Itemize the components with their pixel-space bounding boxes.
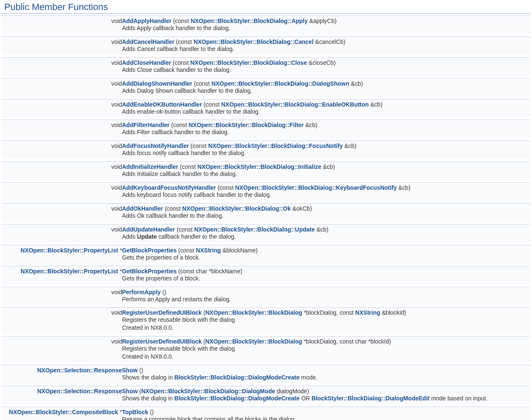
member-return-type: NXOpen::Selection::Response: [2, 386, 122, 395]
api-link[interactable]: AddDialogShownHandler: [122, 80, 192, 87]
api-link[interactable]: NXString: [355, 309, 380, 316]
member-signature: AddDialogShownHandler (const NXOpen::Blo…: [122, 78, 530, 87]
member-description: Shows the dialog in BlockStyler::BlockDi…: [122, 374, 530, 383]
member-desc-spacer: [2, 415, 122, 420]
api-link[interactable]: AddCancelHandler: [122, 38, 174, 45]
member-return-type: NXOpen::BlockStyler::PropertyList *: [2, 266, 122, 275]
text: (: [202, 309, 206, 316]
api-link[interactable]: NXOpen::BlockStyler::PropertyList: [20, 247, 118, 254]
api-link[interactable]: NXOpen::Selection::Response: [37, 367, 122, 374]
text: void: [111, 163, 122, 170]
member-signature: Show (): [122, 365, 530, 374]
api-link[interactable]: NXString: [196, 247, 221, 254]
api-link[interactable]: NXOpen::BlockStyler::BlockDialog::Apply: [191, 18, 308, 24]
api-link[interactable]: NXOpen::BlockStyler::BlockDialog: [205, 309, 302, 316]
api-link[interactable]: GetBlockProperties: [122, 268, 177, 275]
api-link[interactable]: PerformApply: [122, 289, 161, 295]
member-row: voidRegisterUserDefinedUIBlock (NXOpen::…: [2, 336, 530, 345]
text: Adds Apply callback handler to the dialo…: [122, 25, 230, 31]
api-link[interactable]: NXOpen::BlockStyler::BlockDialog: [205, 338, 302, 345]
member-desc-row: Adds focus notify callback handler to th…: [2, 149, 530, 159]
member-desc-spacer: [2, 395, 122, 404]
api-link[interactable]: AddUpdateHandler: [122, 226, 175, 233]
member-row: voidAddDialogShownHandler (const NXOpen:…: [2, 78, 530, 87]
api-link[interactable]: NXOpen::BlockStyler::BlockDialog::Update: [194, 226, 315, 233]
api-link[interactable]: TopBlock: [122, 409, 148, 415]
member-desc-spacer: [2, 212, 122, 221]
api-link[interactable]: AddEnableOKButtonHandler: [122, 101, 202, 108]
text: (const: [171, 59, 190, 66]
api-link[interactable]: NXOpen::BlockStyler::BlockDialog::Enable…: [221, 101, 369, 108]
api-link[interactable]: NXOpen::BlockStyler::BlockDialog::Dialog…: [211, 80, 349, 87]
api-link[interactable]: AddFilterHandler: [122, 122, 170, 128]
api-link[interactable]: AddCloseHandler: [122, 59, 171, 66]
text: (const: [192, 80, 211, 87]
text: OR: [300, 395, 312, 402]
text: Adds Filter callback handler to the dial…: [122, 129, 229, 135]
member-desc-row: Adds Ok callback handler to the dialog.: [2, 212, 530, 221]
member-desc-row: Adds Close callback handler to the dialo…: [2, 66, 530, 76]
member-signature: AddFilterHandler (const NXOpen::BlockSty…: [122, 120, 530, 129]
member-desc-row: Gets the properties of a block.: [2, 275, 530, 284]
text: &applyCb): [308, 18, 336, 24]
member-desc-spacer: [2, 108, 122, 117]
api-link[interactable]: NXOpen::BlockStyler::PropertyList: [20, 268, 118, 275]
api-link[interactable]: NXOpen::BlockStyler::BlockDialog::Keyboa…: [235, 184, 397, 191]
api-link[interactable]: NXOpen::BlockStyler::BlockDialog::Close: [190, 59, 307, 66]
api-link[interactable]: Show: [122, 367, 137, 374]
member-return-type: void: [2, 336, 122, 345]
api-link[interactable]: AddFocusNotifyHandler: [122, 143, 189, 149]
text: Gets the properties of a block.: [122, 275, 200, 282]
api-link[interactable]: Show: [122, 388, 137, 395]
api-link[interactable]: RegisterUserDefinedUIBlock: [122, 338, 202, 345]
text: *: [118, 247, 122, 254]
text: Adds Initialize callback handler to the …: [122, 171, 237, 177]
text: Returns a composite block that contains …: [122, 416, 294, 420]
member-signature: AddFocusNotifyHandler (const NXOpen::Blo…: [122, 141, 530, 150]
text: Registers the reusable block with the di…: [122, 345, 235, 352]
text: void: [111, 80, 122, 87]
api-link[interactable]: NXOpen::BlockStyler::BlockDialog::Filter: [188, 122, 303, 128]
api-link[interactable]: NXOpen::Selection::Response: [37, 388, 122, 395]
member-desc-row: Performs an Apply and restarts the dialo…: [2, 295, 530, 305]
api-link[interactable]: AddKeyboardFocusNotifyHandler: [122, 184, 216, 191]
api-link[interactable]: RegisterUserDefinedUIBlock: [122, 309, 202, 316]
text: (const: [189, 143, 208, 149]
member-desc-row: Shows the dialog in BlockStyler::BlockDi…: [2, 374, 530, 383]
member-desc-row: Adds Apply callback handler to the dialo…: [2, 24, 530, 34]
api-link[interactable]: BlockStyler::BlockDialog::DialogModeEdit: [312, 395, 430, 402]
member-return-type: void: [2, 141, 122, 150]
member-desc-row: Adds Filter callback handler to the dial…: [2, 128, 530, 138]
text: (): [137, 367, 143, 374]
api-link[interactable]: BlockStyler::BlockDialog::DialogModeCrea…: [174, 395, 300, 402]
text: void: [111, 122, 122, 128]
api-link[interactable]: AddInitializeHandler: [122, 163, 178, 170]
text: Performs an Apply and restarts the dialo…: [122, 296, 231, 303]
member-desc-row: Registers the reusable block with the di…: [2, 316, 530, 333]
member-desc-spacer: [2, 374, 122, 383]
api-link[interactable]: NXOpen::BlockStyler::CompositeBlock: [9, 409, 118, 415]
member-desc-spacer: [2, 254, 122, 263]
member-row: NXOpen::Selection::ResponseShow (): [2, 365, 530, 374]
text: Registers the reusable block with the di…: [122, 316, 235, 323]
text: callback handler to the dialog.: [157, 233, 236, 240]
member-signature: AddEnableOKButtonHandler (const NXOpen::…: [122, 99, 530, 108]
member-desc-row: Gets the properties of a block.: [2, 254, 530, 263]
api-link[interactable]: NXOpen::BlockStyler::BlockDialog::Dialog…: [141, 388, 275, 395]
api-link[interactable]: NXOpen::BlockStyler::BlockDialog::Cancel: [193, 38, 313, 45]
text: *blockDialog, const: [302, 309, 355, 316]
text: (const: [177, 247, 196, 254]
api-link[interactable]: AddOkHandler: [122, 205, 163, 212]
member-return-type: void: [2, 120, 122, 129]
text: &cb): [321, 163, 335, 170]
text: (const: [175, 226, 194, 233]
api-link[interactable]: NXOpen::BlockStyler::BlockDialog::Ok: [182, 205, 291, 212]
text: *: [118, 268, 122, 275]
api-link[interactable]: BlockStyler::BlockDialog::DialogModeCrea…: [174, 374, 300, 381]
member-desc-spacer: [2, 316, 122, 333]
api-link[interactable]: GetBlockProperties: [122, 247, 177, 254]
text: void: [111, 101, 122, 108]
api-link[interactable]: AddApplyHandler: [122, 18, 171, 24]
api-link[interactable]: NXOpen::BlockStyler::BlockDialog::Initia…: [197, 163, 321, 170]
api-link[interactable]: NXOpen::BlockStyler::BlockDialog::FocusN…: [208, 143, 343, 149]
